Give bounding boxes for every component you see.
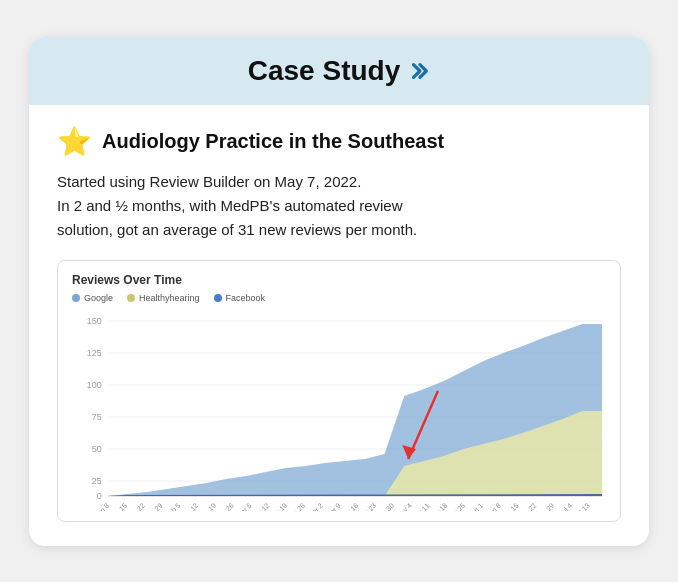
svg-text:25: 25: [92, 475, 102, 485]
chart-legend: Google Healthyhearing Facebook: [72, 293, 606, 303]
svg-text:Mar 12: Mar 12: [250, 501, 270, 510]
legend-label-healthyhearing: Healthyhearing: [139, 293, 200, 303]
practice-name: Audiology Practice in the Southeast: [102, 130, 444, 153]
svg-text:Mar 26: Mar 26: [286, 501, 306, 510]
case-study-card: Case Study ⭐ Audiology Practice in the S…: [29, 37, 649, 546]
chart-area: 150 125 100 75 50 25 0: [72, 311, 606, 511]
svg-text:Jan 8: Jan 8: [93, 501, 110, 510]
page-title: Case Study: [248, 55, 431, 87]
legend-facebook: Facebook: [214, 293, 266, 303]
svg-text:Jan 22: Jan 22: [126, 501, 146, 510]
svg-text:May 25: May 25: [445, 501, 467, 510]
title-text: Case Study: [248, 55, 401, 87]
legend-google: Google: [72, 293, 113, 303]
desc-line2: In 2 and ½ months, with MedPB's automate…: [57, 197, 403, 214]
star-icon: ⭐: [57, 125, 92, 158]
practice-description: Started using Review Builder on May 7, 2…: [57, 170, 621, 242]
svg-text:Jun 1: Jun 1: [467, 501, 484, 510]
svg-text:75: 75: [92, 411, 102, 421]
svg-text:Feb 12: Feb 12: [179, 501, 199, 510]
svg-text:May 11: May 11: [410, 501, 432, 510]
svg-text:Jun 22: Jun 22: [518, 501, 538, 510]
svg-text:Jun 8: Jun 8: [485, 501, 502, 510]
legend-dot-healthyhearing: [127, 294, 135, 302]
svg-text:Mar 19: Mar 19: [268, 501, 288, 510]
svg-text:Apr 30: Apr 30: [376, 501, 396, 510]
svg-text:Jul 13: Jul 13: [573, 501, 591, 510]
svg-text:Jan 15: Jan 15: [108, 501, 128, 510]
svg-text:50: 50: [92, 443, 102, 453]
chart-svg: 150 125 100 75 50 25 0: [72, 311, 606, 511]
svg-text:100: 100: [87, 379, 102, 389]
legend-dot-facebook: [214, 294, 222, 302]
svg-text:125: 125: [87, 347, 102, 357]
legend-healthyhearing: Healthyhearing: [127, 293, 200, 303]
svg-text:May 18: May 18: [428, 501, 450, 510]
svg-text:Apr 16: Apr 16: [340, 501, 360, 510]
svg-text:Apr 9: Apr 9: [325, 501, 342, 510]
desc-line3: solution, got an average of 31 new revie…: [57, 221, 417, 238]
svg-text:Jun 29: Jun 29: [536, 501, 556, 510]
svg-text:150: 150: [87, 315, 102, 325]
card-body: ⭐ Audiology Practice in the Southeast St…: [29, 105, 649, 546]
svg-text:0: 0: [97, 490, 102, 500]
chart-container: Reviews Over Time Google Healthyhearing …: [57, 260, 621, 522]
svg-text:Apr 2: Apr 2: [307, 501, 324, 510]
practice-title-row: ⭐ Audiology Practice in the Southeast: [57, 125, 621, 158]
svg-text:Feb 26: Feb 26: [215, 501, 235, 510]
double-chevron-icon: [408, 60, 430, 82]
svg-text:Mar 5: Mar 5: [235, 501, 253, 510]
chart-title: Reviews Over Time: [72, 273, 606, 287]
desc-line1: Started using Review Builder on May 7, 2…: [57, 173, 361, 190]
legend-label-google: Google: [84, 293, 113, 303]
svg-text:May 4: May 4: [395, 501, 414, 510]
legend-label-facebook: Facebook: [226, 293, 266, 303]
svg-text:Feb 19: Feb 19: [197, 501, 217, 510]
svg-text:Apr 23: Apr 23: [358, 501, 378, 510]
svg-text:Jul 4: Jul 4: [558, 501, 573, 510]
card-header: Case Study: [29, 37, 649, 105]
legend-dot-google: [72, 294, 80, 302]
svg-text:Feb 5: Feb 5: [164, 501, 182, 510]
svg-text:Jan 29: Jan 29: [144, 501, 164, 510]
x-axis-labels: Jan 8 Jan 15 Jan 22 Jan 29 Feb 5 Feb 12 …: [93, 501, 591, 510]
svg-text:Jun 15: Jun 15: [500, 501, 520, 510]
